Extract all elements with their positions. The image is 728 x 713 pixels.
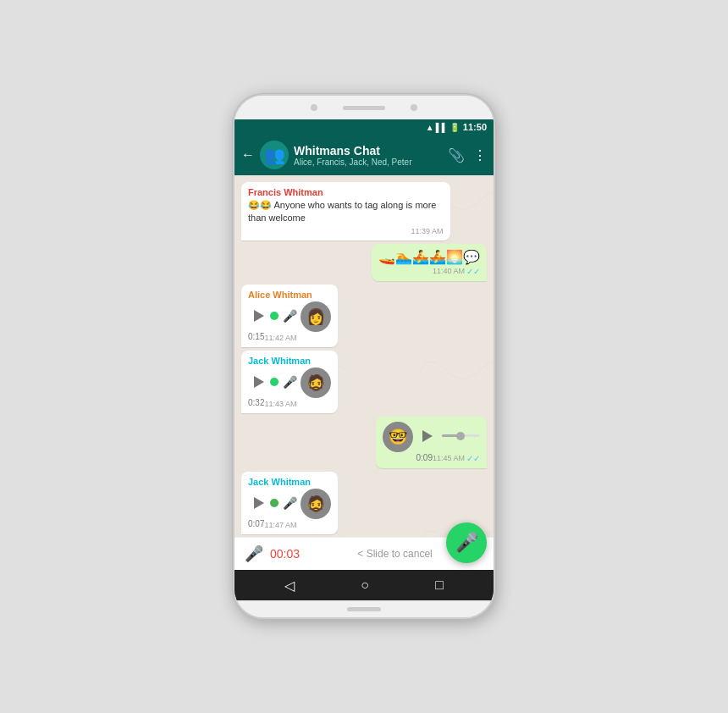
message-time: 11:43 AM xyxy=(264,400,296,408)
earpiece-speaker xyxy=(343,106,385,110)
voice-duration: 0:09 xyxy=(416,453,433,462)
voice-bubble-outgoing: 🤓 xyxy=(376,417,488,468)
play-icon xyxy=(254,310,264,322)
home-button-indicator xyxy=(347,607,381,611)
group-avatar: 👥 xyxy=(260,141,289,169)
mic-fab-button[interactable]: 🎤 xyxy=(446,522,487,563)
voice-row xyxy=(416,422,481,450)
play-button[interactable] xyxy=(248,305,270,327)
voice-row: 🎤 xyxy=(248,368,297,396)
more-options-icon[interactable]: ⋮ xyxy=(473,147,487,163)
voice-meta: 0:07 11:47 AM xyxy=(248,519,297,529)
chat-title: Whitmans Chat xyxy=(294,144,443,158)
voice-bubble-incoming: Jack Whitman xyxy=(241,472,338,534)
voice-meta: 0:32 11:43 AM xyxy=(248,398,297,408)
nav-back-button[interactable]: ◁ xyxy=(284,578,295,594)
status-icons: ▲ ▌▌ 🔋 xyxy=(426,123,460,132)
message-time: 11:47 AM xyxy=(264,521,296,529)
voice-sender-avatar: 🧔 xyxy=(301,489,331,519)
list-item: Francis Whitman 😂😂 Anyone who wants to t… xyxy=(241,182,450,240)
status-time: 11:50 xyxy=(463,122,487,132)
mic-icon: 🎤 xyxy=(283,375,297,389)
play-icon xyxy=(254,376,264,388)
voice-content: 0:09 11:45 AM ✓✓ xyxy=(416,422,481,463)
mic-icon: 🎤 xyxy=(283,309,297,323)
waveform-dot xyxy=(456,432,465,440)
header-info: Whitmans Chat Alice, Francis, Jack, Ned,… xyxy=(294,144,443,167)
voice-bubble-incoming: Jack Whitman xyxy=(241,351,338,413)
voice-duration: 0:07 xyxy=(248,519,264,528)
sender-name: Alice Whitman xyxy=(248,290,331,300)
sender-name: Jack Whitman xyxy=(248,477,331,487)
sticker-content: 🚤🏊🚣🚣🌅💬 xyxy=(378,249,480,265)
phone-frame: ▲ ▌▌ 🔋 11:50 ← 👥 Whitmans Chat Alice, Fr… xyxy=(233,94,495,619)
voice-message: 🎤 0:32 11:43 AM 🧔 xyxy=(248,368,331,408)
voice-row: 🎤 xyxy=(248,301,297,330)
recording-mic-icon: 🎤 xyxy=(245,544,263,563)
chat-header: ← 👥 Whitmans Chat Alice, Francis, Jack, … xyxy=(234,135,494,175)
voice-sender-avatar: 🧔 xyxy=(301,368,331,398)
mic-active-icon: 🎤 xyxy=(283,496,297,510)
voice-bubble-incoming: Alice Whitman xyxy=(241,285,338,347)
message-time: 11:45 AM ✓✓ xyxy=(433,454,480,463)
message-time: 11:40 AM ✓✓ xyxy=(378,267,480,276)
status-bar: ▲ ▌▌ 🔋 11:50 xyxy=(234,119,494,135)
list-item: 🤓 xyxy=(376,417,488,468)
chat-area: Francis Whitman 😂😂 Anyone who wants to t… xyxy=(234,175,494,537)
waveform-bar xyxy=(273,314,279,317)
battery-icon: 🔋 xyxy=(449,123,460,132)
mic-fab-icon: 🎤 xyxy=(455,532,478,554)
waveform-dot xyxy=(270,312,279,320)
front-sensor xyxy=(411,104,417,111)
message-bubble-incoming: Francis Whitman 😂😂 Anyone who wants to t… xyxy=(241,182,450,240)
voice-message: 🤓 xyxy=(383,422,481,463)
front-camera xyxy=(311,104,317,111)
phone-screen: ▲ ▌▌ 🔋 11:50 ← 👥 Whitmans Chat Alice, Fr… xyxy=(234,119,494,600)
voice-meta: 0:09 11:45 AM ✓✓ xyxy=(416,452,481,463)
waveform-progress xyxy=(442,434,461,437)
header-actions: 📎 ⋮ xyxy=(448,147,487,163)
message-time: 11:39 AM xyxy=(248,227,444,235)
voice-content: 🎤 0:32 11:43 AM xyxy=(248,368,297,408)
attach-icon[interactable]: 📎 xyxy=(448,147,465,163)
play-icon xyxy=(254,497,264,509)
voice-message: 🎤 0:07 11:47 AM 🧔 xyxy=(248,489,331,529)
voice-message: 🎤 0:15 11:42 AM 👩 xyxy=(248,301,331,342)
waveform-dot xyxy=(270,499,279,507)
voice-sender-avatar: 👩 xyxy=(301,301,331,332)
list-item: Jack Whitman xyxy=(241,472,338,534)
wifi-icon: ▲ xyxy=(426,123,434,132)
list-item: Jack Whitman xyxy=(241,351,338,413)
list-item: Alice Whitman xyxy=(241,285,338,347)
voice-duration: 0:15 xyxy=(248,332,264,341)
waveform-bar xyxy=(442,434,481,437)
chat-members: Alice, Francis, Jack, Ned, Peter xyxy=(294,158,443,167)
signal-icon: ▌▌ xyxy=(436,123,448,132)
voice-duration: 0:32 xyxy=(248,398,264,407)
play-button[interactable] xyxy=(416,425,438,447)
sender-name: Francis Whitman xyxy=(248,187,444,197)
play-button[interactable] xyxy=(248,492,270,514)
waveform-progress xyxy=(273,314,274,317)
phone-bottom-bar xyxy=(234,600,494,617)
voice-row: 🎤 xyxy=(248,489,297,517)
read-receipts: ✓✓ xyxy=(466,454,480,463)
message-time: 11:42 AM xyxy=(264,334,296,342)
waveform-dot xyxy=(270,378,279,386)
voice-content: 🎤 0:07 11:47 AM xyxy=(248,489,297,529)
play-button[interactable] xyxy=(248,371,270,393)
sender-name: Jack Whitman xyxy=(248,356,331,366)
voice-meta: 0:15 11:42 AM xyxy=(248,332,297,342)
read-receipts: ✓✓ xyxy=(466,267,480,276)
message-bubble-outgoing: 🚤🏊🚣🚣🌅💬 11:40 AM ✓✓ xyxy=(372,244,487,281)
back-button[interactable]: ← xyxy=(241,147,255,163)
message-text: 😂😂 Anyone who wants to tag along is more… xyxy=(248,199,444,225)
waveform-bar xyxy=(273,380,279,383)
recording-bar: 🎤 00:03 < Slide to cancel 🎤 xyxy=(234,537,494,570)
recording-timer: 00:03 xyxy=(270,547,300,561)
waveform-progress xyxy=(273,501,274,504)
voice-sender-avatar: 🤓 xyxy=(383,422,413,452)
nav-home-button[interactable]: ○ xyxy=(361,578,369,593)
nav-recent-button[interactable]: □ xyxy=(435,578,444,593)
nav-bar: ◁ ○ □ xyxy=(234,570,494,600)
